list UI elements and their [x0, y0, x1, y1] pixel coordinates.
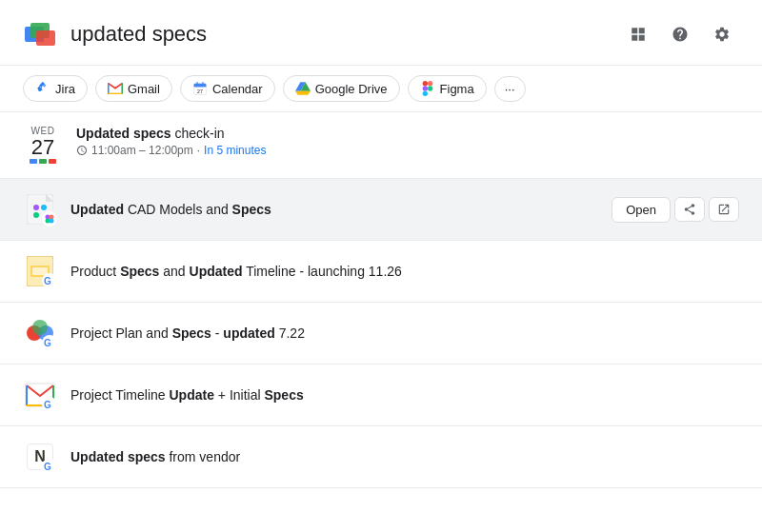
result-title-3-bold1: Specs [172, 325, 211, 341]
result-title-2-bold2: Updated [190, 264, 243, 279]
svg-rect-23 [49, 159, 56, 164]
svg-rect-22 [39, 159, 47, 164]
result-title-1: Updated CAD Models and Specs [70, 202, 598, 217]
result-item-4[interactable]: G Project Timeline Update + Initial Spec… [0, 365, 762, 426]
search-input[interactable]: updated specs [70, 22, 610, 47]
result-item-2[interactable]: G Product Specs and Updated Timeline - l… [0, 241, 762, 303]
share-button[interactable] [674, 197, 705, 222]
result-title-1-bold1: Updated [70, 202, 124, 217]
chip-more-label: ··· [505, 82, 515, 96]
result-icon-3: G [23, 316, 57, 350]
calendar-in-time: In 5 minutes [204, 144, 266, 157]
figma-app-badge [42, 211, 57, 227]
google-badge-4: G [42, 397, 57, 412]
calendar-event-title: Updated specs check-in [76, 126, 739, 141]
result-item-5[interactable]: N G Updated specs from vendor [0, 426, 762, 488]
gdrive-icon [295, 81, 311, 96]
svg-point-25 [33, 205, 39, 210]
chip-calendar[interactable]: 27 Calendar [180, 75, 275, 102]
svg-point-32 [50, 219, 54, 224]
calendar-icon-rows [30, 159, 56, 165]
calendar-event-title-suffix: check-in [171, 126, 225, 141]
svg-rect-2 [36, 30, 55, 46]
svg-point-26 [41, 205, 47, 210]
result-actions-1: Open [612, 197, 739, 223]
calendar-event-details: Updated specs check-in 11:00am – 12:00pm… [76, 126, 739, 157]
filter-chips-row: J Jira Gmail [0, 66, 762, 112]
svg-rect-21 [30, 159, 37, 164]
chip-gdrive-label: Google Drive [315, 82, 388, 96]
results-list: Updated CAD Models and Specs Open [0, 179, 762, 488]
calendar-day-number: 27 [31, 136, 54, 159]
jira-icon: J [35, 81, 50, 96]
gmail-icon [108, 81, 123, 96]
chip-gmail-label: Gmail [128, 82, 160, 96]
result-icon-1 [23, 192, 57, 227]
calendar-time-separator: · [197, 144, 200, 157]
open-button-label: Open [626, 203, 656, 217]
external-link-icon [717, 203, 731, 216]
svg-rect-19 [422, 91, 427, 96]
svg-text:27: 27 [197, 89, 203, 94]
svg-text:G: G [44, 400, 51, 410]
grid-view-button[interactable] [621, 17, 655, 51]
chip-jira[interactable]: J Jira [23, 75, 88, 102]
calendar-time-range: 11:00am – 12:00pm [91, 144, 193, 157]
header: updated specs [0, 0, 762, 66]
google-badge-2: G [42, 273, 57, 288]
svg-point-28 [42, 211, 57, 227]
google-badge-5: G [42, 459, 57, 474]
svg-point-20 [428, 86, 432, 90]
result-title-2-bold1: Specs [120, 264, 159, 279]
result-icon-2: G [23, 254, 57, 288]
svg-text:G: G [44, 462, 51, 472]
result-icon-4: G [23, 378, 57, 412]
chip-jira-label: Jira [55, 82, 75, 96]
header-actions [610, 17, 739, 51]
result-title-4-bold2: Specs [264, 387, 303, 403]
svg-text:J: J [38, 85, 43, 93]
grid-icon [630, 26, 647, 43]
result-title-3-bold2: updated [223, 325, 274, 341]
result-title-2: Product Specs and Updated Timeline - lau… [70, 264, 739, 279]
help-button[interactable] [663, 17, 697, 51]
chip-gdrive[interactable]: Google Drive [283, 75, 400, 102]
google-badge-3: G [42, 335, 57, 350]
svg-rect-16 [422, 81, 427, 86]
help-icon [672, 26, 689, 43]
open-button[interactable]: Open [612, 197, 671, 223]
result-item-1[interactable]: Updated CAD Models and Specs Open [0, 179, 762, 241]
chip-more[interactable]: ··· [494, 76, 526, 102]
figma-icon [420, 81, 435, 96]
chip-figma[interactable]: Figma [408, 75, 487, 102]
chip-calendar-label: Calendar [212, 82, 263, 96]
clock-icon [76, 145, 88, 156]
result-title-3: Project Plan and Specs - updated 7.22 [70, 325, 739, 341]
chip-figma-label: Figma [440, 82, 474, 96]
svg-text:G: G [44, 338, 51, 348]
app-logo [23, 17, 57, 51]
svg-point-27 [33, 212, 39, 218]
result-title-4-bold1: Update [169, 387, 213, 403]
svg-point-40 [32, 320, 48, 335]
result-item-3[interactable]: G Project Plan and Specs - updated 7.22 [0, 303, 762, 365]
result-icon-5: N G [23, 440, 57, 474]
svg-text:G: G [44, 276, 51, 286]
result-title-5: Updated specs from vendor [70, 449, 739, 464]
chip-gmail[interactable]: Gmail [95, 75, 172, 102]
settings-button[interactable] [705, 17, 739, 51]
calendar-event-title-bold: Updated specs [76, 126, 171, 141]
share-icon [683, 203, 696, 216]
calendar-event-card: WED 27 Updated specs check-in 11:00am – … [0, 112, 762, 179]
gear-icon [713, 26, 731, 43]
svg-rect-12 [193, 86, 206, 87]
calendar-icon: 27 [192, 81, 208, 96]
calendar-event-time: 11:00am – 12:00pm · In 5 minutes [76, 144, 739, 157]
result-title-1-bold2: Specs [232, 202, 271, 217]
redirect-button[interactable] [709, 197, 739, 222]
result-title-4: Project Timeline Update + Initial Specs [70, 387, 739, 403]
svg-rect-18 [422, 86, 427, 90]
calendar-date-badge: WED 27 [23, 126, 63, 165]
svg-rect-17 [428, 81, 432, 86]
result-title-5-bold: Updated specs [70, 449, 166, 464]
